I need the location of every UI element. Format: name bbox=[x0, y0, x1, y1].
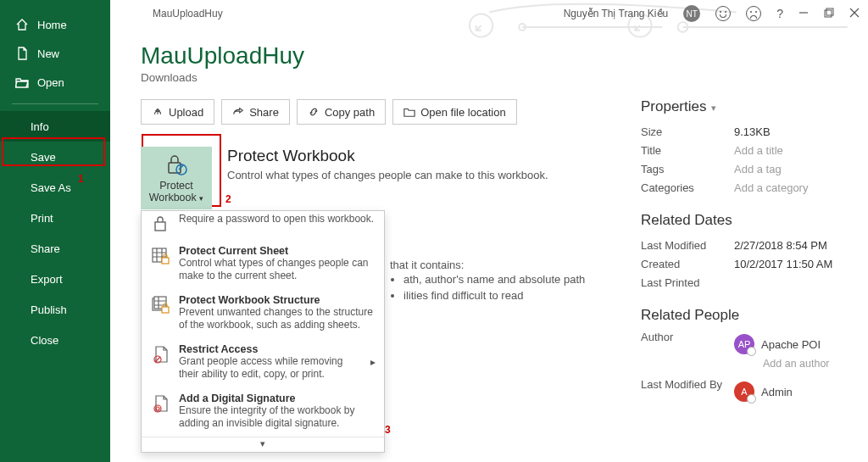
inspect-line: ilities find difficult to read bbox=[403, 287, 585, 303]
sidebar-info[interactable]: Info bbox=[0, 111, 110, 142]
submenu-arrow-icon: ▸ bbox=[370, 356, 376, 368]
user-avatar[interactable]: NT bbox=[683, 5, 700, 22]
new-file-icon bbox=[15, 47, 29, 60]
help-button[interactable]: ? bbox=[776, 7, 783, 20]
prop-val-lastmod: 2/27/2018 8:54 PM bbox=[734, 239, 827, 252]
open-file-location-button[interactable]: Open file location bbox=[392, 99, 516, 125]
share-button[interactable]: Share bbox=[221, 99, 290, 125]
title-username: Nguyễn Thị Trang Kiều bbox=[564, 8, 669, 19]
protect-heading: Protect Workbook bbox=[227, 147, 548, 165]
prop-key-created: Created bbox=[641, 258, 734, 270]
properties-heading[interactable]: Properties ▾ bbox=[641, 98, 853, 115]
sidebar-publish[interactable]: Publish bbox=[0, 294, 110, 325]
sidebar-print[interactable]: Print bbox=[0, 203, 110, 233]
open-folder-icon bbox=[15, 75, 29, 89]
protect-workbook-button[interactable]: Protect Workbook ▾ bbox=[141, 147, 212, 209]
titlebar: MauUploadHuy Nguyễn Thị Trang Kiều NT ? bbox=[110, 0, 868, 27]
button-label: Upload bbox=[169, 106, 203, 119]
menu-protect-structure[interactable]: Protect Workbook StructurePrevent unwant… bbox=[142, 289, 384, 338]
sidebar-label: Export bbox=[31, 273, 63, 286]
heading-label: Properties bbox=[641, 98, 706, 114]
sidebar-home[interactable]: Home bbox=[0, 10, 110, 39]
sidebar-export[interactable]: Export bbox=[0, 264, 110, 294]
sidebar-share[interactable]: Share bbox=[0, 233, 110, 264]
protect-description: Control what types of changes people can… bbox=[227, 169, 548, 181]
sidebar-label: Home bbox=[37, 19, 67, 31]
prop-val-categories[interactable]: Add a category bbox=[734, 181, 808, 194]
prop-key-lastprinted: Last Printed bbox=[641, 276, 734, 289]
menu-title: Protect Current Sheet bbox=[179, 245, 376, 257]
chevron-down-icon: ▾ bbox=[199, 194, 203, 203]
restore-button[interactable] bbox=[824, 8, 834, 20]
sheet-lock-icon bbox=[150, 245, 172, 282]
menu-desc: Prevent unwanted changes to the structur… bbox=[179, 306, 376, 331]
inspect-line: ath, author's name and absolute path bbox=[403, 271, 585, 287]
menu-encrypt-password[interactable]: Require a password to open this workbook… bbox=[142, 213, 384, 240]
person-name: Admin bbox=[761, 386, 793, 398]
sidebar-divider bbox=[12, 103, 98, 104]
prop-val-title[interactable]: Add a title bbox=[734, 144, 783, 157]
related-dates-heading: Related Dates bbox=[641, 212, 853, 229]
related-people-heading: Related People bbox=[641, 307, 853, 324]
prop-val-created: 10/2/2017 11:50 AM bbox=[734, 258, 832, 270]
prop-key-categories: Categories bbox=[641, 181, 734, 194]
svg-rect-13 bbox=[162, 307, 169, 313]
minimize-button[interactable] bbox=[798, 8, 809, 20]
sidebar-open[interactable]: Open bbox=[0, 68, 110, 97]
backstage-sidebar: Home New Open Info Save Save As Print Sh… bbox=[0, 0, 110, 462]
close-window-button[interactable] bbox=[849, 8, 860, 20]
lastmodby-person[interactable]: AAdmin bbox=[734, 381, 793, 402]
workbook-lock-icon bbox=[150, 294, 172, 331]
person-avatar: AP bbox=[734, 334, 754, 354]
annotation-num-1: 1 bbox=[78, 173, 84, 185]
feedback-happy-icon[interactable] bbox=[715, 6, 731, 21]
sidebar-new[interactable]: New bbox=[0, 39, 110, 68]
menu-restrict-access[interactable]: Restrict AccessGrant people access while… bbox=[142, 338, 384, 387]
menu-title: Protect Workbook Structure bbox=[179, 294, 376, 306]
prop-key-lastmod: Last Modified bbox=[641, 239, 734, 252]
upload-icon bbox=[152, 106, 164, 118]
sidebar-label: Open bbox=[37, 76, 64, 89]
properties-panel: Properties ▾ Size9.13KB TitleAdd a title… bbox=[641, 98, 853, 402]
sidebar-save[interactable]: Save bbox=[0, 142, 110, 172]
prop-key-lastmodby: Last Modified By bbox=[641, 378, 734, 391]
menu-title: Add a Digital Signature bbox=[179, 392, 376, 404]
inspect-text-behind: that it contains: ath, author's name and… bbox=[385, 259, 585, 303]
sidebar-label: Close bbox=[31, 334, 58, 347]
menu-desc: Control what types of changes people can… bbox=[179, 257, 376, 282]
feedback-sad-icon[interactable] bbox=[746, 6, 761, 21]
prop-val-tags[interactable]: Add a tag bbox=[734, 163, 782, 175]
title-filename: MauUploadHuy bbox=[153, 8, 223, 19]
menu-protect-sheet[interactable]: Protect Current SheetControl what types … bbox=[142, 240, 384, 289]
menu-desc: Grant people access while removing their… bbox=[179, 355, 364, 381]
menu-desc: Require a password to open this workbook… bbox=[179, 213, 374, 225]
chevron-down-icon: ▾ bbox=[708, 103, 715, 113]
home-icon bbox=[15, 18, 29, 31]
sidebar-label: Share bbox=[31, 242, 60, 255]
upload-button[interactable]: Upload bbox=[141, 99, 214, 125]
copy-path-button[interactable]: Copy path bbox=[297, 99, 386, 125]
prop-key-tags: Tags bbox=[641, 163, 734, 175]
page-location: Downloads bbox=[141, 71, 868, 84]
menu-digital-signature[interactable]: Add a Digital SignatureEnsure the integr… bbox=[142, 387, 384, 437]
folder-icon bbox=[403, 106, 415, 118]
prop-key-title: Title bbox=[641, 144, 734, 157]
person-avatar: A bbox=[734, 381, 754, 402]
svg-rect-10 bbox=[162, 258, 169, 264]
dropdown-scroll-down[interactable]: ▾ bbox=[142, 437, 384, 450]
svg-point-7 bbox=[176, 164, 186, 175]
prop-key-author: Author bbox=[641, 331, 734, 343]
svg-point-16 bbox=[156, 407, 159, 410]
add-author-button[interactable]: Add an author bbox=[763, 358, 853, 370]
svg-rect-6 bbox=[169, 163, 181, 173]
svg-rect-5 bbox=[826, 8, 833, 15]
sidebar-saveas[interactable]: Save As bbox=[0, 172, 110, 203]
sidebar-label: Publish bbox=[31, 303, 67, 316]
inspect-line: that it contains: bbox=[390, 259, 585, 271]
menu-title: Restrict Access bbox=[179, 343, 364, 355]
sidebar-close[interactable]: Close bbox=[0, 325, 110, 355]
protect-workbook-dropdown: Require a password to open this workbook… bbox=[141, 210, 385, 453]
author-person[interactable]: APApache POI bbox=[734, 334, 821, 354]
sidebar-label: Save bbox=[31, 151, 56, 164]
button-label: Copy path bbox=[325, 106, 375, 119]
